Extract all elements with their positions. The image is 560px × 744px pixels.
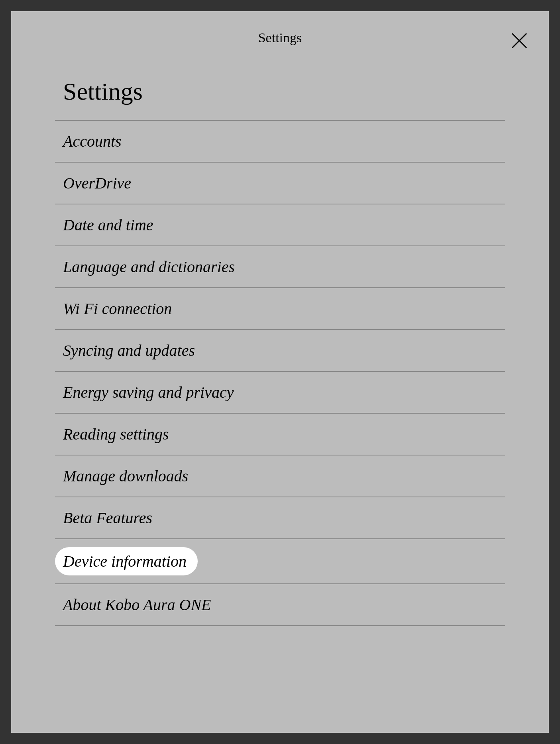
close-button[interactable] — [509, 30, 530, 51]
header: Settings — [11, 11, 549, 53]
settings-item-reading[interactable]: Reading settings — [55, 414, 505, 455]
settings-item-label: About Kobo Aura ONE — [63, 595, 211, 614]
settings-item-about[interactable]: About Kobo Aura ONE — [55, 584, 505, 626]
settings-item-label: Date and time — [63, 216, 153, 234]
settings-item-energy[interactable]: Energy saving and privacy — [55, 372, 505, 414]
settings-item-beta[interactable]: Beta Features — [55, 497, 505, 539]
page-title: Settings — [55, 77, 505, 120]
settings-screen: Settings Settings Accounts OverDrive Dat… — [11, 11, 549, 733]
header-title: Settings — [258, 30, 302, 45]
settings-item-downloads[interactable]: Manage downloads — [55, 455, 505, 497]
settings-list: Accounts OverDrive Date and time Languag… — [55, 120, 505, 626]
settings-item-date-time[interactable]: Date and time — [55, 204, 505, 246]
settings-item-overdrive[interactable]: OverDrive — [55, 163, 505, 204]
settings-item-wifi[interactable]: Wi Fi connection — [55, 288, 505, 330]
content: Settings Accounts OverDrive Date and tim… — [11, 53, 549, 626]
settings-item-label: Reading settings — [63, 425, 169, 444]
settings-item-device-info[interactable]: Device information — [55, 539, 505, 584]
settings-item-label: Syncing and updates — [63, 341, 195, 360]
close-icon — [511, 32, 528, 49]
settings-item-syncing[interactable]: Syncing and updates — [55, 330, 505, 372]
settings-item-label: Device information — [63, 552, 187, 570]
settings-item-label: Manage downloads — [63, 467, 188, 485]
settings-item-label: OverDrive — [63, 174, 131, 192]
settings-item-language[interactable]: Language and dictionaries — [55, 246, 505, 288]
highlight-pill: Device information — [55, 547, 198, 575]
settings-item-label: Language and dictionaries — [63, 257, 235, 276]
settings-item-accounts[interactable]: Accounts — [55, 121, 505, 163]
settings-item-label: Energy saving and privacy — [63, 383, 234, 402]
settings-item-label: Beta Features — [63, 508, 152, 527]
settings-item-label: Accounts — [63, 132, 122, 151]
settings-item-label: Wi Fi connection — [63, 299, 172, 318]
